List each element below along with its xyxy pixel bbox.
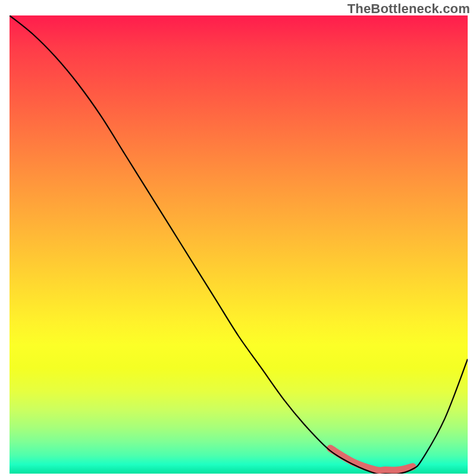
attribution-text: TheBottleneck.com: [347, 1, 470, 17]
bottleneck-chart: TheBottleneck.com: [0, 0, 476, 476]
plot-area: [10, 15, 468, 474]
curve-overlay: [10, 15, 468, 474]
bottleneck-curve: [10, 15, 468, 474]
